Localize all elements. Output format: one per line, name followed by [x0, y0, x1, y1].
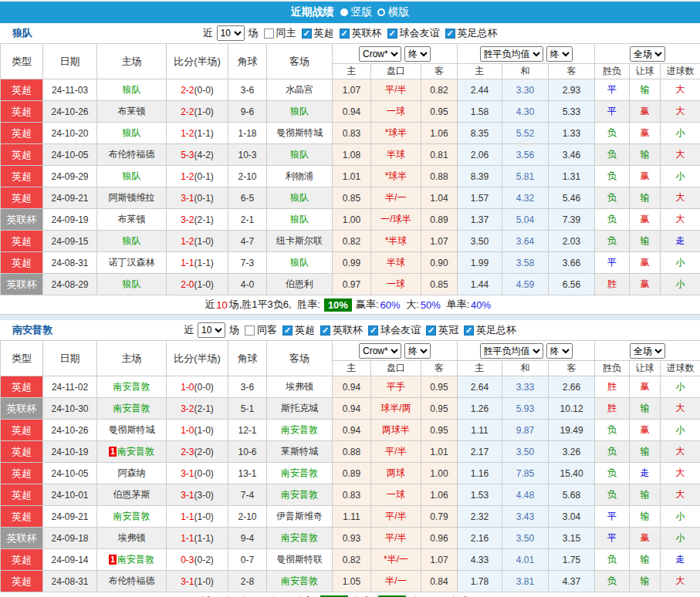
competition-label: 英足总杯	[458, 26, 498, 40]
competition-badge: 英联杯	[1, 528, 43, 549]
handicap: 半/一	[371, 571, 421, 592]
odds-home: 0.88	[333, 441, 371, 463]
corners: 4-7	[228, 231, 267, 252]
result-goals: 大	[661, 209, 700, 231]
avg-lose: 3.04	[549, 506, 595, 528]
match-count-select[interactable]: 10	[198, 322, 225, 338]
odds-home: 0.93	[333, 528, 371, 549]
avg-time-select[interactable]: 终	[546, 46, 573, 62]
match-date: 24-09-14	[43, 549, 97, 571]
competition-label: 英超	[295, 323, 315, 337]
match-date: 24-08-29	[43, 274, 97, 295]
odds-away: 1.01	[421, 441, 458, 463]
avg-draw: 3.58	[502, 252, 549, 274]
competition-0-checkbox[interactable]	[302, 29, 312, 39]
scope-select[interactable]: 全场	[630, 46, 665, 62]
subcolumn-header: 进球数	[661, 361, 700, 376]
competition-2-checkbox[interactable]	[387, 29, 397, 39]
corners: 1-18	[228, 123, 267, 144]
competition-4-checkbox[interactable]	[464, 325, 474, 336]
subcolumn-header: 胜负	[595, 64, 630, 79]
avg-win: 2.44	[458, 79, 502, 101]
home-team: 1南安普敦	[97, 549, 167, 571]
subcolumn-header: 进球数	[661, 64, 700, 79]
column-header-3: 比分(半场)	[167, 44, 228, 79]
handicap: 平/半	[371, 79, 421, 101]
competition-1-checkbox[interactable]	[320, 325, 330, 336]
radio-icon[interactable]	[340, 8, 348, 16]
avg-draw: 4.30	[502, 101, 549, 123]
games-label: 场	[229, 323, 239, 337]
match-row: 英超24-10-26布莱顿2-2(1-0)9-6狼队0.94一球0.951.58…	[1, 101, 700, 123]
odds-company-select[interactable]: Crow*	[359, 343, 401, 359]
match-date: 24-10-20	[43, 123, 97, 144]
avg-win: 1.37	[458, 209, 502, 231]
avg-win: 1.16	[458, 463, 502, 484]
away-team: 曼彻斯特联	[267, 549, 333, 571]
handicap: 一/球半	[371, 209, 421, 231]
result-outcome: 负	[595, 187, 630, 209]
handicap: 半球	[371, 252, 421, 274]
corners: 12-1	[228, 420, 267, 441]
avg-draw: 3.56	[502, 144, 549, 166]
result-handicap: 赢	[630, 209, 661, 231]
avg-lose: 3.26	[549, 441, 595, 463]
scope-select[interactable]: 全场	[630, 343, 665, 359]
same-venue-checkbox[interactable]	[264, 29, 274, 39]
avg-win: 1.78	[458, 571, 502, 592]
handicap: 一球	[371, 484, 421, 506]
competition-3-checkbox[interactable]	[426, 325, 436, 336]
avg-type-select[interactable]: 胜平负均值	[480, 343, 543, 359]
avg-lose: 3.66	[549, 252, 595, 274]
result-outcome: 负	[595, 441, 630, 463]
score: 3-2(2-1)	[167, 398, 228, 420]
summary-stat-value: 50%	[421, 299, 441, 311]
odds-time-select[interactable]: 终	[404, 343, 431, 359]
avg-type-select[interactable]: 胜平负均值	[480, 46, 543, 62]
result-handicap: 输	[630, 484, 661, 506]
home-team: 诺丁汉森林	[97, 252, 167, 274]
corners: 6-5	[228, 187, 267, 209]
column-header-2: 主场	[97, 44, 167, 79]
view-radio-horizontal[interactable]: 横版	[377, 5, 410, 19]
match-date: 24-09-18	[43, 528, 97, 549]
summary-stat-label: 单率:	[446, 298, 469, 312]
avg-win: 1.99	[458, 252, 502, 274]
team-filter-row: 南安普敦近10场同客英超英联杯球会友谊英冠英足总杯	[0, 320, 700, 340]
avg-win: 2.16	[458, 528, 502, 549]
odds-away: 0.95	[421, 398, 458, 420]
result-handicap: 赢	[630, 123, 661, 144]
avg-win: 2.17	[458, 441, 502, 463]
result-outcome: 负	[595, 484, 630, 506]
odds-time-select[interactable]: 终	[404, 46, 431, 62]
team-name: 狼队	[12, 26, 32, 40]
competition-badge: 英超	[1, 166, 43, 187]
home-team: 狼队	[97, 123, 167, 144]
home-team: 布莱顿	[97, 209, 167, 231]
match-count-select[interactable]: 10	[217, 25, 245, 41]
match-row: 英超24-09-141南安普敦0-3(0-2)0-7曼彻斯特联0.82*半/一1…	[1, 549, 700, 571]
competition-2-checkbox[interactable]	[368, 325, 378, 336]
match-row: 英超24-11-03狼队2-2(0-0)3-6水晶宫1.07平/半0.822.4…	[1, 79, 700, 101]
handicap: 平/半	[371, 506, 421, 528]
odds-company-group: Crow*终	[333, 44, 458, 64]
score: 1-2(1-1)	[167, 123, 228, 144]
match-row: 英超24-10-05阿森纳3-1(0-0)13-1南安普敦0.89两球1.001…	[1, 463, 700, 484]
competition-label: 英联杯	[333, 323, 363, 337]
match-row: 英超24-08-31布伦特福德3-1(1-0)2-8南安普敦1.05半/一0.8…	[1, 571, 700, 592]
competition-1-checkbox[interactable]	[340, 29, 350, 39]
away-team: 埃弗顿	[267, 376, 333, 398]
corners: 2-8	[228, 571, 267, 592]
competition-3-checkbox[interactable]	[445, 29, 455, 39]
score: 1-1(1-1)	[167, 252, 228, 274]
avg-win: 8.39	[458, 166, 502, 187]
view-radio-vertical[interactable]: 竖版	[340, 5, 373, 19]
result-goals: 大	[661, 398, 700, 420]
competition-0-checkbox[interactable]	[282, 325, 293, 336]
radio-icon[interactable]	[377, 8, 385, 16]
odds-home: 0.89	[333, 463, 371, 484]
avg-time-select[interactable]: 终	[546, 343, 573, 359]
odds-company-select[interactable]: Crow*	[359, 46, 401, 62]
same-venue-checkbox[interactable]	[245, 325, 255, 336]
score: 3-1(0-1)	[167, 187, 228, 209]
